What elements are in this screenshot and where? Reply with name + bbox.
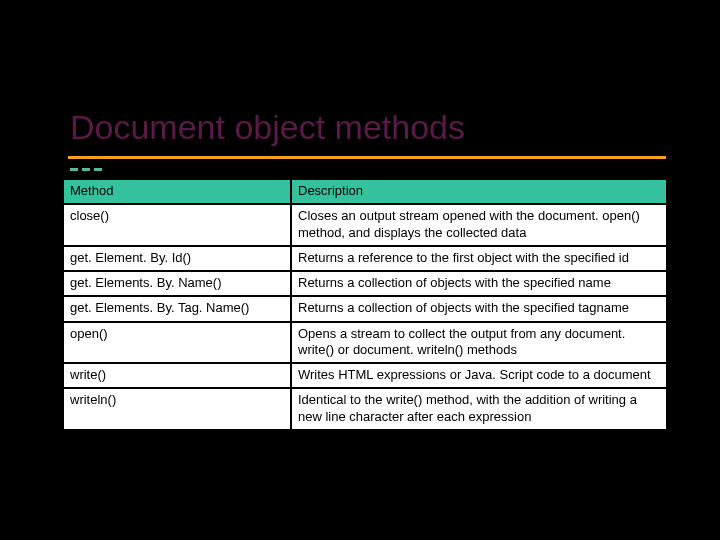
cell-description: Returns a collection of objects with the… [291,271,667,296]
table-row: get. Elements. By. Name() Returns a coll… [63,271,667,296]
methods-table: Method Description close() Closes an out… [62,178,668,431]
cell-description: Writes HTML expressions or Java. Script … [291,363,667,388]
cell-description: Returns a collection of objects with the… [291,296,667,321]
table-row: get. Elements. By. Tag. Name() Returns a… [63,296,667,321]
table-row: get. Element. By. Id() Returns a referen… [63,246,667,271]
col-header-description: Description [291,179,667,204]
table-row: open() Opens a stream to collect the out… [63,322,667,364]
table-header-row: Method Description [63,179,667,204]
cell-method: get. Element. By. Id() [63,246,291,271]
cell-method: get. Elements. By. Tag. Name() [63,296,291,321]
cell-method: close() [63,204,291,246]
cell-method: open() [63,322,291,364]
title-underline [68,156,666,159]
cell-method: write() [63,363,291,388]
cell-method: writeln() [63,388,291,430]
slide: Document object methods Method Descripti… [0,0,720,540]
table-row: write() Writes HTML expressions or Java.… [63,363,667,388]
cell-method: get. Elements. By. Name() [63,271,291,296]
accent-dash-icon [82,168,90,171]
cell-description: Returns a reference to the first object … [291,246,667,271]
slide-title: Document object methods [70,108,465,146]
table-row: writeln() Identical to the write() metho… [63,388,667,430]
cell-description: Closes an output stream opened with the … [291,204,667,246]
cell-description: Identical to the write() method, with th… [291,388,667,430]
cell-description: Opens a stream to collect the output fro… [291,322,667,364]
accent-dash-icon [94,168,102,171]
col-header-method: Method [63,179,291,204]
accent-dash-icon [70,168,78,171]
table-row: close() Closes an output stream opened w… [63,204,667,246]
